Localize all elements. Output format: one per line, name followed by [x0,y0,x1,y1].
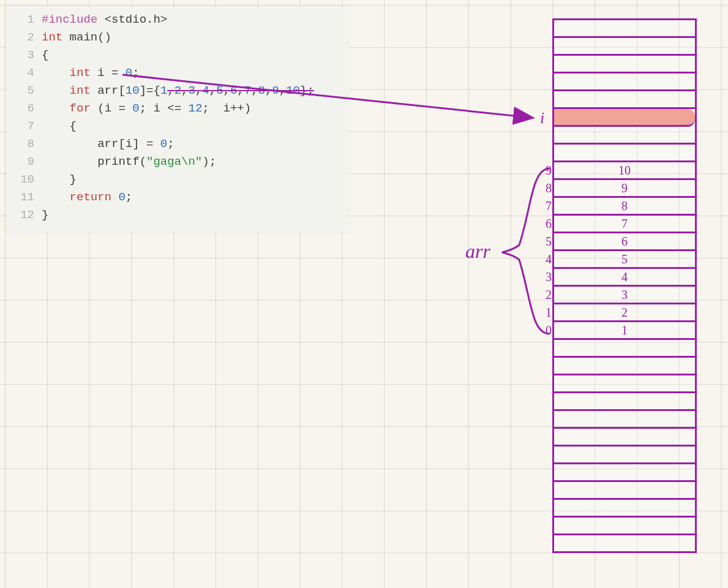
code-line-3: 3{ [6,47,349,64]
memory-cell-index: 8 [538,180,552,196]
code-line-7: 7 { [6,118,349,135]
line-number: 9 [6,153,42,171]
memory-cell [554,340,695,358]
memory-cell [554,500,695,518]
memory-cell-i [554,109,695,127]
memory-cell-index: 6 [538,216,552,232]
memory-cell-index: 2 [538,287,552,303]
memory-cell [554,535,695,551]
memory-cell-arr-7: 87 [554,198,695,216]
memory-cell-index: 4 [538,251,552,267]
memory-cell [554,74,695,91]
memory-cell-index: 7 [538,198,552,214]
memory-cell [554,127,695,145]
line-number: 8 [6,135,42,153]
code-line-5: 5 int arr[10]={1,2,3,4,5,6,7,8,9,10}; [6,82,349,100]
memory-cell-arr-0: 10 [554,322,695,340]
memory-cell-index: 9 [538,162,552,178]
memory-cell [554,447,695,464]
line-number: 5 [6,82,42,100]
line-number: 10 [6,171,42,189]
memory-stack: 109988776655443322110 [552,18,697,553]
memory-cell [554,518,695,535]
line-number: 12 [6,206,42,224]
memory-cell-arr-5: 65 [554,233,695,251]
code-text: } [42,206,48,224]
memory-cell [554,358,695,375]
memory-cell [554,482,695,500]
memory-cell [554,56,695,74]
line-number: 4 [6,64,42,82]
code-line-1: 1#include <stdio.h> [6,11,349,29]
line-number: 11 [6,189,42,206]
code-block: 1#include <stdio.h>2int main()3{4 int i … [6,6,349,233]
label-i: i [540,109,544,127]
code-text: int i = 0; [42,64,140,82]
memory-cell [554,20,695,38]
line-number: 6 [6,100,42,118]
code-text: int main() [42,29,111,47]
memory-cell [554,429,695,447]
code-text: { [42,118,77,135]
memory-cell-arr-8: 98 [554,180,695,198]
code-line-10: 10 } [6,171,349,189]
line-number: 2 [6,29,42,47]
code-text: int arr[10]={1,2,3,4,5,6,7,8,9,10}; [42,82,314,100]
memory-cell [554,91,695,109]
line-number: 3 [6,47,42,64]
code-line-12: 12} [6,206,349,224]
line-number: 7 [6,118,42,135]
memory-cell-arr-2: 32 [554,287,695,304]
memory-cell-arr-9: 109 [554,162,695,180]
memory-cell-arr-4: 54 [554,251,695,269]
memory-cell-index: 3 [538,269,552,285]
code-text: arr[i] = 0; [42,135,174,153]
code-line-9: 9 printf("gaga\n"); [6,153,349,171]
memory-cell-arr-1: 21 [554,304,695,322]
code-line-2: 2int main() [6,29,349,47]
label-arr: arr [465,240,490,263]
memory-cell-arr-3: 43 [554,269,695,287]
memory-cell [554,411,695,429]
code-line-11: 11 return 0; [6,189,349,206]
memory-cell [554,464,695,482]
code-text: #include <stdio.h> [42,11,167,29]
code-line-8: 8 arr[i] = 0; [6,135,349,153]
memory-cell [554,375,695,393]
memory-cell-index: 1 [538,304,552,320]
memory-cell-index: 0 [538,322,552,338]
code-text: printf("gaga\n"); [42,153,216,171]
memory-cell-arr-6: 76 [554,216,695,233]
memory-cell-index: 5 [538,233,552,249]
code-text: return 0; [42,189,132,206]
memory-cell [554,393,695,411]
code-line-6: 6 for (i = 0; i <= 12; i++) [6,100,349,118]
memory-cell [554,145,695,162]
code-text: } [42,171,77,189]
memory-cell [554,38,695,56]
code-line-4: 4 int i = 0; [6,64,349,82]
line-number: 1 [6,11,42,29]
code-text: for (i = 0; i <= 12; i++) [42,100,251,118]
code-text: { [42,47,48,64]
